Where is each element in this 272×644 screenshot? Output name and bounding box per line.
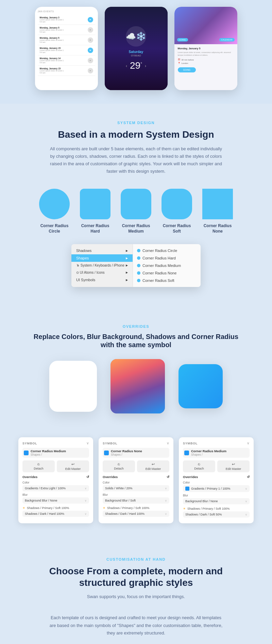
dropdown-item-ui-symbols[interactable]: UI Symbols ▶: [71, 276, 133, 284]
panel1-actions: ⎋ Detach ↩ Edit Master: [22, 460, 89, 472]
panel1-overrides-title: Overrides ↺: [22, 475, 89, 479]
panel2-color-field[interactable]: Solids / White / 20% ∨: [103, 485, 169, 491]
phone2-inner: ☁️❄️ Saturday 07/06/AO ‹ 29° ›: [105, 7, 168, 90]
panel1-icon: [24, 451, 29, 455]
phone3-btn[interactable]: GOING: [178, 67, 196, 72]
symbol-panels-row: SYMBOL ∨ Corner Radius Medium Shapes / ⎋…: [0, 437, 272, 540]
panel3-shadow2-field[interactable]: Shadows / Dark / Soft 50% ∨: [183, 511, 250, 518]
event1-title: Monday, January 3: [40, 16, 64, 19]
refresh-icon-1[interactable]: ↺: [86, 475, 89, 479]
panel2-detach-label: Detach: [114, 467, 124, 470]
panel3-name-row: Corner Radius Medium Shapes /: [183, 448, 250, 458]
sun-icon-1: ☀: [22, 506, 25, 510]
panel1-color-field[interactable]: Gradients / Extra Light / 100% ∨: [22, 485, 89, 491]
panel3-detach-btn[interactable]: ⎋ Detach: [183, 460, 215, 472]
phones-section: JAN EVENTS Monday, January 3 Lorem ipsum…: [0, 0, 272, 104]
symbol-panel-1: SYMBOL ∨ Corner Radius Medium Shapes / ⎋…: [18, 437, 93, 523]
shape-circle: [39, 189, 70, 219]
right-hard-label: Corner Radius Hard: [142, 256, 176, 260]
dropdown-right-hard[interactable]: Corner Radius Hard: [133, 254, 201, 262]
panel3-detach-label: Detach: [194, 467, 204, 470]
dropdown-item-system[interactable]: 🖱 System / Keyboards / iPhone ▶: [71, 262, 133, 269]
panel1-color-value: Gradients / Extra Light / 100%: [25, 487, 66, 490]
panel2-blur-label: Blur: [103, 493, 169, 496]
dot-hard: [137, 256, 140, 260]
panel3-shadow1-row: ☀ Shadows / Primary / Soft 100%: [183, 506, 250, 511]
panel3-edit-master-btn[interactable]: ↩ Edit Master: [217, 460, 250, 472]
event2-title: Monday, January 5: [40, 27, 64, 29]
dropdown-system-label: 🖱 System / Keyboards / iPhone: [76, 264, 124, 267]
dropdown-item-ui-atoms[interactable]: ⊙ UI Atoms / Icons ▶: [71, 269, 133, 276]
panel3-color-field[interactable]: Gradients / Primary 1 / 100% ∨: [183, 485, 250, 492]
shape-hard-item: Corner RadiusHard: [80, 189, 111, 234]
phone3-location: London: [182, 62, 188, 64]
customisation-title: Choose From a complete, modern and struc…: [27, 565, 245, 588]
phone3-desc: Lorem ipsum dolor sit amet, consectetur …: [178, 51, 234, 56]
panel1-tag: SYMBOL: [22, 442, 37, 445]
panel3-blur-field[interactable]: Background Blur / None ∨: [183, 498, 250, 504]
panel1-detach-label: Detach: [34, 467, 44, 470]
panel3-color-arrow: ∨: [245, 487, 247, 490]
phone3-content: Monday, January 5 Lorem ipsum dolor sit …: [174, 44, 237, 75]
detach-icon-2: ⎋: [118, 462, 120, 466]
panel1-blur-value: Background Blur / None: [25, 499, 57, 502]
panel3-overrides-title: Overrides ↺: [183, 475, 250, 479]
panel1-blur-field[interactable]: Background Blur / None ∨: [22, 497, 89, 504]
panel2-shadow2-arrow: ∨: [165, 512, 167, 515]
symbol-panel-3: SYMBOL ∨ Corner Radius Medium Shapes / ⎋…: [179, 437, 254, 523]
panel2-shadow2: Shadows / Dark / Hard 100%: [105, 512, 144, 515]
panel3-chevron: ∨: [247, 441, 250, 445]
panel1-shadow2-arrow: ∨: [85, 512, 87, 515]
panel2-color-label: Color: [103, 481, 169, 484]
panel2-edit-master-label: Edit Master: [146, 467, 161, 471]
panel2-detach-btn[interactable]: ⎋ Detach: [103, 460, 135, 472]
phone3-tag: CALENDAR: [219, 38, 235, 41]
event3-time: 5-6 am: [40, 41, 64, 43]
dot-circle: [137, 249, 140, 252]
dropdown-right: Corner Radius Circle Corner Radius Hard …: [133, 244, 201, 287]
panel2-blur-field[interactable]: Background Blur / Soft ∨: [103, 497, 169, 504]
panel3-blur-arrow: ∨: [245, 500, 247, 503]
panel1-detach-btn[interactable]: ⎋ Detach: [22, 460, 55, 472]
panel3-shadow2: Shadows / Dark / Soft 50%: [185, 513, 222, 516]
panel1-edit-master-btn[interactable]: ↩ Edit Master: [57, 460, 89, 472]
event5-dot: ▸: [88, 58, 93, 63]
panel2-blur-arrow: ∨: [165, 499, 167, 502]
phone1-event-2: Monday, January 5 Lorem ipsum dolor sit …: [38, 25, 95, 35]
weather-icon: ☁️❄️: [126, 26, 146, 47]
event5-title: Monday, January 14: [40, 57, 64, 60]
phone1-event-1: Monday, January 3 Lorem ipsum dolor sit …: [38, 15, 95, 25]
refresh-icon-3[interactable]: ↺: [247, 475, 250, 479]
dropdown-right-soft[interactable]: Corner Radius Soft: [133, 277, 201, 284]
dot-medium: [137, 264, 140, 267]
panel2-name: Corner Radius None: [111, 449, 142, 453]
phone3-reminder: 30 min before: [182, 59, 194, 61]
shape-medium-label: Corner RadiusMedium: [122, 223, 150, 234]
customisation-section: CUSTOMISATION AT HAND Choose From a comp…: [0, 540, 272, 644]
refresh-icon-2[interactable]: ↺: [167, 475, 169, 479]
phone3-reminder-row: ⏰ 30 min before: [178, 58, 234, 61]
dropdown-item-shapes[interactable]: Shapes ▶: [71, 254, 133, 262]
dropdown-right-circle[interactable]: Corner Radius Circle: [133, 247, 201, 254]
panel3-header: SYMBOL ∨: [183, 441, 250, 445]
dropdown-item-shadows[interactable]: Shadows ▶: [71, 247, 133, 254]
panel2-shadow2-field[interactable]: Shadows / Dark / Hard 100% ∨: [103, 511, 169, 517]
panel1-name-row: Corner Radius Medium Shapes /: [22, 448, 89, 458]
event4-time: 5-6 am: [40, 51, 64, 53]
clock-icon: ⏰: [178, 58, 180, 61]
phone-2: ☁️❄️ Saturday 07/06/AO ‹ 29° ›: [105, 7, 168, 90]
dropdown-shadows-arrow: ▶: [126, 249, 128, 252]
phone-1: JAN EVENTS Monday, January 3 Lorem ipsum…: [35, 7, 98, 90]
panel3-tag: SYMBOL: [183, 442, 198, 445]
dropdown-right-medium[interactable]: Corner Radius Medium: [133, 262, 201, 269]
detach-icon-3: ⎋: [198, 462, 200, 466]
shapes-dropdown-wrapper: Shadows ▶ Shapes ▶ 🖱 System / Keyboards …: [27, 244, 245, 287]
event4-dot: ▸: [88, 48, 93, 53]
event3-title: Monday, January 5: [40, 37, 64, 39]
panel1-shadow2-field[interactable]: Shadows / Dark / Hard 100% ∨: [22, 511, 89, 517]
panel2-chevron: ∨: [167, 441, 169, 445]
panel2-edit-master-btn[interactable]: ↩ Edit Master: [137, 460, 169, 472]
dropdown-left: Shadows ▶ Shapes ▶ 🖱 System / Keyboards …: [71, 244, 133, 287]
right-soft-label: Corner Radius Soft: [142, 278, 174, 283]
dropdown-right-none[interactable]: Corner Radius None: [133, 269, 201, 277]
